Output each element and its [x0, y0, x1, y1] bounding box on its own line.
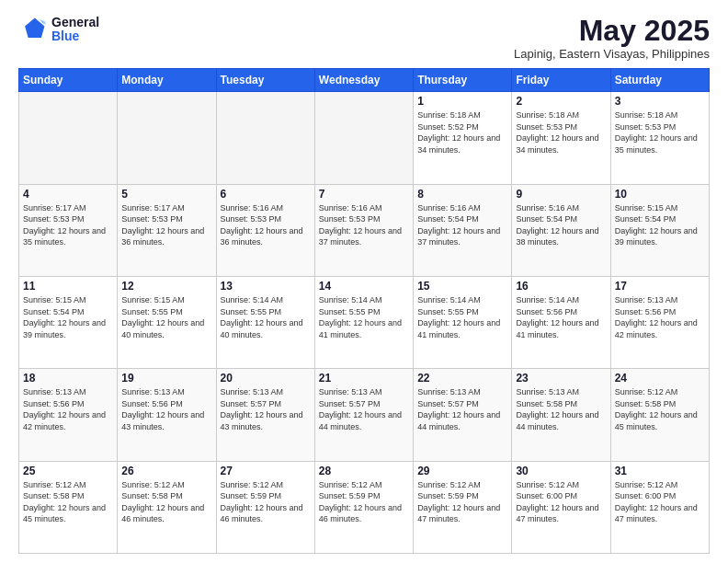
day-number: 2 — [516, 95, 606, 108]
weekday-header: Sunday — [19, 69, 118, 92]
day-number: 27 — [221, 465, 311, 477]
calendar-day-cell: 29Sunrise: 5:12 AMSunset: 5:59 PMDayligh… — [414, 461, 512, 553]
day-number: 18 — [23, 372, 113, 385]
day-number: 21 — [319, 372, 409, 385]
calendar-header-row: SundayMondayTuesdayWednesdayThursdayFrid… — [19, 69, 710, 92]
day-info: Sunrise: 5:13 AMSunset: 5:57 PMDaylight:… — [221, 386, 311, 432]
calendar-day-cell: 12Sunrise: 5:15 AMSunset: 5:55 PMDayligh… — [118, 276, 216, 368]
day-info: Sunrise: 5:13 AMSunset: 5:57 PMDaylight:… — [417, 386, 507, 432]
calendar-day-cell: 31Sunrise: 5:12 AMSunset: 6:00 PMDayligh… — [610, 461, 709, 553]
weekday-header: Friday — [512, 69, 610, 92]
calendar-day-cell: 2Sunrise: 5:18 AMSunset: 5:53 PMDaylight… — [512, 92, 610, 184]
calendar-day-cell: 6Sunrise: 5:16 AMSunset: 5:53 PMDaylight… — [216, 184, 314, 276]
day-number: 10 — [615, 188, 705, 201]
day-number: 4 — [23, 188, 113, 201]
day-info: Sunrise: 5:14 AMSunset: 5:55 PMDaylight:… — [417, 294, 507, 340]
weekday-header: Monday — [118, 69, 216, 92]
day-info: Sunrise: 5:14 AMSunset: 5:56 PMDaylight:… — [516, 294, 606, 340]
day-number: 7 — [319, 188, 409, 201]
calendar-day-cell: 19Sunrise: 5:13 AMSunset: 5:56 PMDayligh… — [118, 369, 216, 461]
calendar-table: SundayMondayTuesdayWednesdayThursdayFrid… — [18, 68, 710, 554]
logo-blue: Blue — [51, 29, 99, 43]
page: General Blue May 2025 Lapinig, Eastern V… — [0, 0, 728, 563]
day-info: Sunrise: 5:15 AMSunset: 5:54 PMDaylight:… — [23, 294, 113, 340]
day-number: 30 — [516, 465, 606, 477]
calendar-day-cell: 21Sunrise: 5:13 AMSunset: 5:57 PMDayligh… — [314, 369, 413, 461]
calendar-day-cell: 7Sunrise: 5:16 AMSunset: 5:53 PMDaylight… — [314, 184, 413, 276]
calendar-day-cell: 23Sunrise: 5:13 AMSunset: 5:58 PMDayligh… — [512, 369, 610, 461]
day-number: 23 — [516, 372, 606, 385]
day-number: 31 — [615, 465, 705, 477]
calendar-day-cell: 9Sunrise: 5:16 AMSunset: 5:54 PMDaylight… — [512, 184, 610, 276]
day-info: Sunrise: 5:12 AMSunset: 6:00 PMDaylight:… — [516, 479, 606, 525]
calendar-day-cell: 8Sunrise: 5:16 AMSunset: 5:54 PMDaylight… — [414, 184, 512, 276]
calendar-week-row: 11Sunrise: 5:15 AMSunset: 5:54 PMDayligh… — [19, 276, 710, 368]
calendar-day-cell: 26Sunrise: 5:12 AMSunset: 5:58 PMDayligh… — [118, 461, 216, 553]
calendar-day-cell: 17Sunrise: 5:13 AMSunset: 5:56 PMDayligh… — [610, 276, 709, 368]
calendar-day-cell — [19, 92, 118, 184]
calendar-day-cell: 5Sunrise: 5:17 AMSunset: 5:53 PMDaylight… — [118, 184, 216, 276]
calendar-week-row: 1Sunrise: 5:18 AMSunset: 5:52 PMDaylight… — [19, 92, 710, 184]
location: Lapinig, Eastern Visayas, Philippines — [514, 47, 710, 61]
calendar-day-cell: 28Sunrise: 5:12 AMSunset: 5:59 PMDayligh… — [314, 461, 413, 553]
day-info: Sunrise: 5:13 AMSunset: 5:58 PMDaylight:… — [516, 386, 606, 432]
logo-general: General — [51, 16, 99, 29]
day-number: 22 — [417, 372, 507, 385]
day-info: Sunrise: 5:14 AMSunset: 5:55 PMDaylight:… — [319, 294, 409, 340]
day-info: Sunrise: 5:13 AMSunset: 5:57 PMDaylight:… — [319, 386, 409, 432]
day-info: Sunrise: 5:16 AMSunset: 5:54 PMDaylight:… — [516, 202, 606, 248]
weekday-header: Saturday — [610, 69, 709, 92]
day-number: 17 — [615, 280, 705, 293]
day-number: 8 — [417, 188, 507, 201]
calendar-day-cell: 16Sunrise: 5:14 AMSunset: 5:56 PMDayligh… — [512, 276, 610, 368]
calendar-day-cell: 24Sunrise: 5:12 AMSunset: 5:58 PMDayligh… — [610, 369, 709, 461]
day-info: Sunrise: 5:16 AMSunset: 5:53 PMDaylight:… — [221, 202, 311, 248]
calendar-day-cell: 13Sunrise: 5:14 AMSunset: 5:55 PMDayligh… — [216, 276, 314, 368]
day-info: Sunrise: 5:16 AMSunset: 5:54 PMDaylight:… — [417, 202, 507, 248]
day-number: 26 — [121, 465, 211, 477]
calendar-day-cell: 3Sunrise: 5:18 AMSunset: 5:53 PMDaylight… — [610, 92, 709, 184]
calendar-day-cell: 11Sunrise: 5:15 AMSunset: 5:54 PMDayligh… — [19, 276, 118, 368]
calendar-day-cell: 27Sunrise: 5:12 AMSunset: 5:59 PMDayligh… — [216, 461, 314, 553]
calendar-day-cell — [118, 92, 216, 184]
day-info: Sunrise: 5:12 AMSunset: 5:58 PMDaylight:… — [121, 479, 211, 525]
calendar-week-row: 25Sunrise: 5:12 AMSunset: 5:58 PMDayligh… — [19, 461, 710, 553]
weekday-header: Wednesday — [314, 69, 413, 92]
day-number: 28 — [319, 465, 409, 477]
day-number: 25 — [23, 465, 113, 477]
calendar-day-cell: 18Sunrise: 5:13 AMSunset: 5:56 PMDayligh… — [19, 369, 118, 461]
day-number: 1 — [417, 95, 507, 108]
day-number: 6 — [221, 188, 311, 201]
day-number: 19 — [121, 372, 211, 385]
calendar-day-cell: 15Sunrise: 5:14 AMSunset: 5:55 PMDayligh… — [414, 276, 512, 368]
day-info: Sunrise: 5:15 AMSunset: 5:55 PMDaylight:… — [121, 294, 211, 340]
month-title: May 2025 — [514, 15, 710, 47]
logo: General Blue — [18, 15, 99, 44]
logo-text: General Blue — [51, 16, 99, 44]
weekday-header: Tuesday — [216, 69, 314, 92]
weekday-header: Thursday — [414, 69, 512, 92]
day-number: 24 — [615, 372, 705, 385]
day-number: 5 — [121, 188, 211, 201]
day-info: Sunrise: 5:17 AMSunset: 5:53 PMDaylight:… — [121, 202, 211, 248]
day-info: Sunrise: 5:13 AMSunset: 5:56 PMDaylight:… — [23, 386, 113, 432]
logo-icon — [18, 15, 48, 44]
day-info: Sunrise: 5:16 AMSunset: 5:53 PMDaylight:… — [319, 202, 409, 248]
day-info: Sunrise: 5:12 AMSunset: 5:59 PMDaylight:… — [319, 479, 409, 525]
calendar-day-cell: 10Sunrise: 5:15 AMSunset: 5:54 PMDayligh… — [610, 184, 709, 276]
calendar-day-cell — [216, 92, 314, 184]
day-number: 3 — [615, 95, 705, 108]
calendar-week-row: 18Sunrise: 5:13 AMSunset: 5:56 PMDayligh… — [19, 369, 710, 461]
day-info: Sunrise: 5:12 AMSunset: 6:00 PMDaylight:… — [615, 479, 705, 525]
calendar-day-cell: 22Sunrise: 5:13 AMSunset: 5:57 PMDayligh… — [414, 369, 512, 461]
calendar-day-cell: 1Sunrise: 5:18 AMSunset: 5:52 PMDaylight… — [414, 92, 512, 184]
day-info: Sunrise: 5:12 AMSunset: 5:58 PMDaylight:… — [23, 479, 113, 525]
header: General Blue May 2025 Lapinig, Eastern V… — [18, 15, 710, 61]
calendar-week-row: 4Sunrise: 5:17 AMSunset: 5:53 PMDaylight… — [19, 184, 710, 276]
calendar-day-cell: 20Sunrise: 5:13 AMSunset: 5:57 PMDayligh… — [216, 369, 314, 461]
calendar-day-cell: 4Sunrise: 5:17 AMSunset: 5:53 PMDaylight… — [19, 184, 118, 276]
day-info: Sunrise: 5:12 AMSunset: 5:59 PMDaylight:… — [417, 479, 507, 525]
day-number: 14 — [319, 280, 409, 293]
day-info: Sunrise: 5:15 AMSunset: 5:54 PMDaylight:… — [615, 202, 705, 248]
calendar-day-cell: 14Sunrise: 5:14 AMSunset: 5:55 PMDayligh… — [314, 276, 413, 368]
